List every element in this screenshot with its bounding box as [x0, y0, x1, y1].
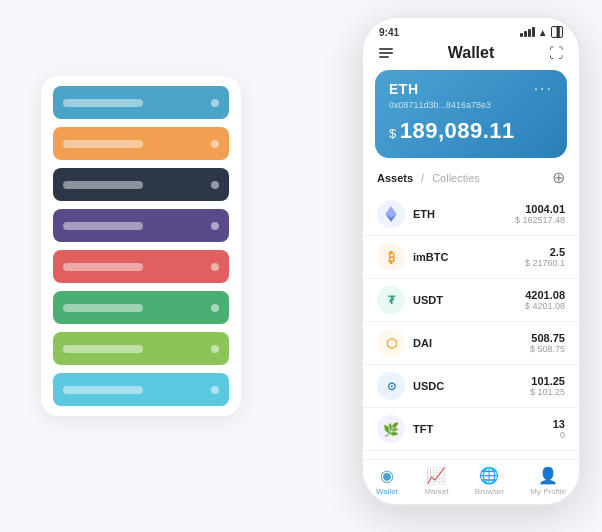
- usdt-icon: ₮: [377, 286, 405, 314]
- asset-item-usdc[interactable]: ⊙ USDC 101.25 $ 101.25: [363, 365, 579, 408]
- assets-header: Assets / Collecties ⊕: [363, 168, 579, 193]
- eth-amounts: 1004.01 $ 162517.48: [515, 203, 565, 225]
- status-icons: ▲ ▐: [520, 26, 563, 38]
- eth-card[interactable]: ETH ··· 0x08711d3b...8416a78e3 $189,089.…: [375, 70, 567, 158]
- usdc-name: USDC: [413, 380, 530, 392]
- dai-name: DAI: [413, 337, 530, 349]
- asset-item-eth[interactable]: ETH 1004.01 $ 162517.48: [363, 193, 579, 236]
- nav-market-label: Market: [424, 487, 448, 496]
- nav-wallet-label: Wallet: [376, 487, 398, 496]
- add-asset-button[interactable]: ⊕: [552, 168, 565, 187]
- tft-quantity: 13: [553, 418, 565, 430]
- dai-icon: ⬡: [377, 329, 405, 357]
- battery-icon: ▐: [551, 26, 563, 38]
- scene: 9:41 ▲ ▐ Wallet ⛶: [21, 16, 581, 516]
- status-bar: 9:41 ▲ ▐: [363, 18, 579, 42]
- eth-quantity: 1004.01: [515, 203, 565, 215]
- eth-label: ETH: [389, 81, 419, 97]
- eth-name: ETH: [413, 208, 515, 220]
- market-nav-icon: 📈: [426, 466, 446, 485]
- list-item[interactable]: [53, 86, 229, 119]
- eth-card-header: ETH ···: [389, 80, 553, 98]
- tft-usd: 0: [553, 430, 565, 440]
- usdt-amounts: 4201.08 $ 4201.08: [525, 289, 565, 311]
- dai-usd: $ 508.75: [530, 344, 565, 354]
- eth-currency-symbol: $: [389, 126, 397, 141]
- eth-balance-value: 189,089.11: [400, 118, 515, 143]
- asset-item-dai[interactable]: ⬡ DAI 508.75 $ 508.75: [363, 322, 579, 365]
- tft-icon: 🌿: [377, 415, 405, 443]
- usdc-icon: ⊙: [377, 372, 405, 400]
- nav-profile[interactable]: 👤 My Profile: [530, 466, 566, 496]
- bottom-nav: ◉ Wallet 📈 Market 🌐 Browser 👤 My Profile: [363, 459, 579, 504]
- tft-name: TFT: [413, 423, 553, 435]
- assets-tabs: Assets / Collecties: [377, 172, 480, 184]
- eth-balance: $189,089.11: [389, 118, 553, 144]
- page-title: Wallet: [448, 44, 495, 62]
- nav-browser[interactable]: 🌐 Browser: [475, 466, 504, 496]
- list-item[interactable]: [53, 332, 229, 365]
- tft-amounts: 13 0: [553, 418, 565, 440]
- imbtc-usd: $ 21760.1: [525, 258, 565, 268]
- asset-item-tft[interactable]: 🌿 TFT 13 0: [363, 408, 579, 451]
- imbtc-quantity: 2.5: [525, 246, 565, 258]
- imbtc-amounts: 2.5 $ 21760.1: [525, 246, 565, 268]
- signal-icon: [520, 27, 535, 37]
- usdt-name: USDT: [413, 294, 525, 306]
- resize-icon[interactable]: ⛶: [549, 45, 563, 61]
- imbtc-icon: ₿: [377, 243, 405, 271]
- nav-browser-label: Browser: [475, 487, 504, 496]
- profile-nav-icon: 👤: [538, 466, 558, 485]
- wallet-nav-icon: ◉: [380, 466, 394, 485]
- eth-address: 0x08711d3b...8416a78e3: [389, 100, 553, 110]
- usdt-quantity: 4201.08: [525, 289, 565, 301]
- list-item[interactable]: [53, 209, 229, 242]
- asset-item-usdt[interactable]: ₮ USDT 4201.08 $ 4201.08: [363, 279, 579, 322]
- list-item[interactable]: [53, 373, 229, 406]
- eth-options-icon[interactable]: ···: [534, 80, 553, 98]
- nav-profile-label: My Profile: [530, 487, 566, 496]
- wifi-icon: ▲: [538, 27, 548, 38]
- eth-icon: [377, 200, 405, 228]
- tab-assets[interactable]: Assets: [377, 172, 413, 184]
- nav-market[interactable]: 📈 Market: [424, 466, 448, 496]
- usdc-usd: $ 101.25: [530, 387, 565, 397]
- usdc-amounts: 101.25 $ 101.25: [530, 375, 565, 397]
- phone-header: Wallet ⛶: [363, 42, 579, 70]
- list-item[interactable]: [53, 291, 229, 324]
- list-item[interactable]: [53, 250, 229, 283]
- imbtc-name: imBTC: [413, 251, 525, 263]
- list-item[interactable]: [53, 127, 229, 160]
- eth-usd: $ 162517.48: [515, 215, 565, 225]
- menu-icon[interactable]: [379, 48, 393, 58]
- tab-collecties[interactable]: Collecties: [432, 172, 480, 184]
- browser-nav-icon: 🌐: [479, 466, 499, 485]
- tab-divider: /: [421, 172, 424, 184]
- list-item[interactable]: [53, 168, 229, 201]
- usdt-usd: $ 4201.08: [525, 301, 565, 311]
- dai-amounts: 508.75 $ 508.75: [530, 332, 565, 354]
- status-time: 9:41: [379, 27, 399, 38]
- asset-item-imbtc[interactable]: ₿ imBTC 2.5 $ 21760.1: [363, 236, 579, 279]
- phone-frame: 9:41 ▲ ▐ Wallet ⛶: [361, 16, 581, 506]
- usdc-quantity: 101.25: [530, 375, 565, 387]
- asset-list: ETH 1004.01 $ 162517.48 ₿ imBTC 2.5 $ 21…: [363, 193, 579, 451]
- dai-quantity: 508.75: [530, 332, 565, 344]
- nav-wallet[interactable]: ◉ Wallet: [376, 466, 398, 496]
- back-panel: [41, 76, 241, 416]
